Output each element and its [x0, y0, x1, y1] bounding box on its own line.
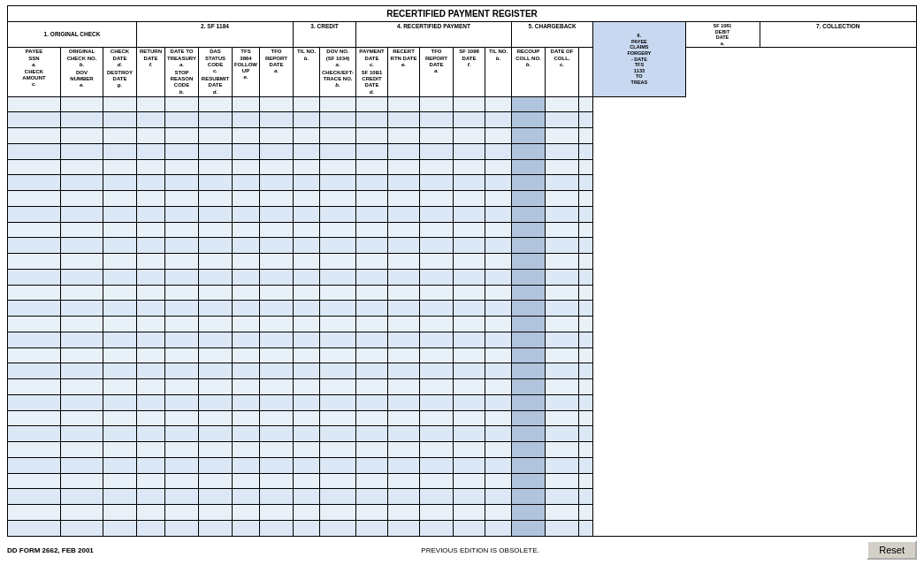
table-row [8, 410, 917, 426]
col-date-of-coll: DATE OFCOLL.c. [546, 48, 579, 96]
cell [165, 143, 199, 159]
cell [103, 159, 137, 175]
cell [137, 457, 165, 473]
cell [320, 442, 356, 458]
cell [546, 238, 579, 254]
cell [546, 175, 579, 191]
cell [420, 159, 454, 175]
col-check-date: CHECKDATEd. DESTROYDATEg. [103, 48, 137, 96]
cell [454, 394, 485, 410]
cell [579, 442, 593, 458]
cell [137, 269, 165, 285]
reset-button[interactable]: Reset [867, 540, 917, 560]
cell [454, 347, 485, 363]
cell [546, 96, 579, 112]
cell [579, 159, 593, 175]
cell [420, 206, 454, 222]
table-row [8, 128, 917, 144]
cell [454, 206, 485, 222]
cell [103, 410, 137, 426]
cell [233, 457, 260, 473]
cell [165, 489, 199, 505]
cell [61, 505, 103, 521]
cell [294, 442, 320, 458]
cell [356, 473, 388, 489]
cell [388, 96, 420, 112]
cell [294, 301, 320, 317]
cell [388, 520, 420, 536]
cell [320, 128, 356, 144]
cell [512, 238, 546, 254]
cell [199, 254, 233, 270]
cell [356, 269, 388, 285]
data-rows-body [8, 96, 917, 536]
cell [8, 254, 61, 270]
cell [320, 112, 356, 128]
cell [388, 473, 420, 489]
cell [165, 254, 199, 270]
table-row [8, 520, 917, 536]
cell [454, 442, 485, 458]
cell [137, 175, 165, 191]
cell [320, 96, 356, 112]
col-tfs-3864: TFS3864FOLLOWUPe. [233, 48, 260, 96]
table-row [8, 159, 917, 175]
table-row [8, 473, 917, 489]
cell [420, 254, 454, 270]
cell [8, 332, 61, 347]
cell [356, 285, 388, 301]
col-tl-no-credit: T/L NO.b. [294, 48, 320, 96]
cell [260, 128, 294, 144]
cell [485, 379, 512, 395]
cell [320, 489, 356, 505]
cell [356, 238, 388, 254]
cell [233, 317, 260, 332]
cell [546, 489, 579, 505]
cell [8, 159, 61, 175]
cell [388, 285, 420, 301]
cell [260, 379, 294, 395]
cell [320, 238, 356, 254]
cell [103, 254, 137, 270]
cell [388, 191, 420, 207]
cell [579, 285, 593, 301]
cell [320, 143, 356, 159]
section-5-header: 5. CHARGEBACK [512, 22, 593, 48]
cell [103, 332, 137, 347]
cell [388, 159, 420, 175]
cell [579, 489, 593, 505]
cell [485, 128, 512, 144]
cell [320, 254, 356, 270]
cell [546, 206, 579, 222]
cell [420, 222, 454, 238]
cell [199, 143, 233, 159]
cell [512, 143, 546, 159]
cell [8, 410, 61, 426]
cell [546, 410, 579, 426]
table-row [8, 191, 917, 207]
cell [233, 238, 260, 254]
cell [388, 222, 420, 238]
cell [320, 379, 356, 395]
cell [579, 206, 593, 222]
cell [137, 473, 165, 489]
cell [454, 112, 485, 128]
cell [294, 112, 320, 128]
cell [137, 159, 165, 175]
cell [103, 112, 137, 128]
cell [420, 143, 454, 159]
cell [260, 457, 294, 473]
cell [454, 254, 485, 270]
cell [388, 269, 420, 285]
cell [294, 394, 320, 410]
cell [388, 332, 420, 347]
cell [546, 269, 579, 285]
cell [388, 379, 420, 395]
cell [485, 112, 512, 128]
cell [137, 222, 165, 238]
cell [356, 206, 388, 222]
cell [420, 489, 454, 505]
cell [137, 489, 165, 505]
cell [512, 159, 546, 175]
cell [512, 332, 546, 347]
